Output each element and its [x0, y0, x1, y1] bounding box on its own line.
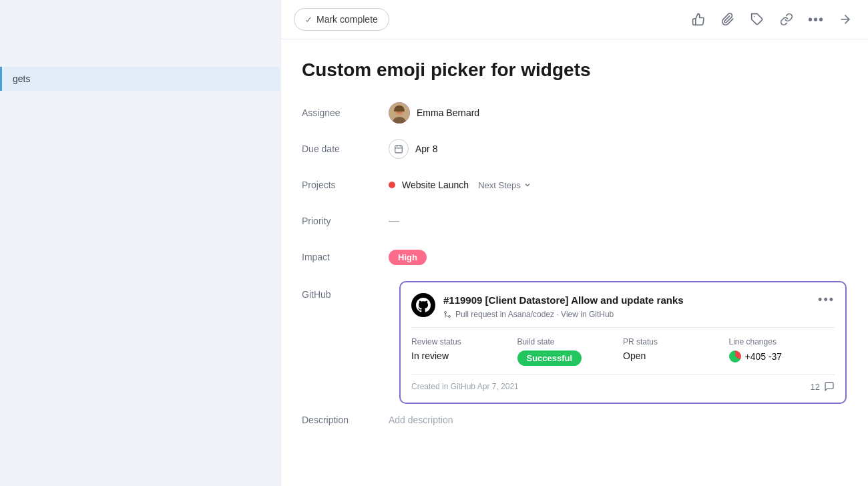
more-options-icon[interactable]: ••• — [807, 10, 825, 29]
thumbs-up-icon[interactable] — [689, 10, 708, 29]
line-changes-label: Line changes — [729, 337, 835, 346]
github-more-button[interactable]: ••• — [818, 293, 835, 307]
projects-value: Website Launch Next Steps — [389, 180, 531, 190]
sidebar: gets — [0, 0, 280, 486]
due-date-value: Apr 8 — [389, 139, 437, 159]
svg-point-10 — [445, 312, 447, 314]
due-date-label: Due date — [302, 144, 389, 154]
github-logo — [411, 293, 435, 317]
sidebar-item-label: gets — [13, 73, 30, 84]
expand-icon[interactable] — [836, 10, 855, 29]
pr-status-label: PR status — [623, 337, 729, 346]
github-label: GitHub — [302, 281, 389, 404]
priority-label: Priority — [302, 216, 389, 226]
impact-label: Impact — [302, 252, 389, 262]
description-label: Description — [302, 415, 389, 425]
github-card-header: #119909 [Client Datastore] Allow and upd… — [411, 293, 835, 319]
github-stats: Review status In review Build state Succ… — [411, 327, 835, 366]
github-pr-title: #119909 [Client Datastore] Allow and upd… — [443, 293, 810, 307]
toolbar-left: ✓ Mark complete — [294, 8, 389, 31]
toolbar-right: ••• — [689, 10, 855, 29]
label-icon[interactable] — [748, 10, 767, 29]
assignee-label: Assignee — [302, 107, 389, 118]
github-pr-subtitle-text: Pull request in Asana/codez · View in Gi… — [455, 310, 614, 319]
calendar-icon[interactable] — [389, 139, 409, 159]
svg-point-9 — [449, 316, 451, 318]
pr-status-value: Open — [623, 350, 729, 361]
github-card-info: #119909 [Client Datastore] Allow and upd… — [443, 293, 810, 319]
main-panel: ✓ Mark complete — [280, 0, 868, 486]
assignee-name: Emma Bernard — [417, 107, 479, 118]
impact-value: High — [389, 250, 427, 265]
github-card: #119909 [Client Datastore] Allow and upd… — [399, 281, 847, 404]
priority-field-row: Priority — — [302, 209, 847, 233]
sidebar-active-item[interactable]: gets — [0, 67, 280, 91]
paperclip-icon[interactable] — [718, 10, 737, 29]
build-success-badge: Successful — [517, 350, 582, 366]
build-state-value: Successful — [517, 350, 624, 366]
assignee-field-row: Assignee Emma Bernard — [302, 101, 847, 125]
task-title: Custom emoji picker for widgets — [302, 58, 847, 82]
github-pr-subtitle: Pull request in Asana/codez · View in Gi… — [443, 310, 810, 319]
review-status-stat: Review status In review — [411, 337, 517, 366]
impact-field-row: Impact High — [302, 245, 847, 269]
line-changes-pie-chart — [729, 350, 741, 362]
project-name[interactable]: Website Launch — [402, 180, 469, 190]
review-status-value: In review — [411, 350, 517, 361]
add-description-button[interactable]: Add description — [389, 415, 453, 425]
project-dot — [389, 182, 395, 188]
line-changes-display: +405 -37 — [729, 350, 835, 362]
line-changes-stat: Line changes +405 -37 — [729, 337, 835, 366]
comment-count: 12 — [811, 382, 820, 392]
github-comments[interactable]: 12 — [811, 381, 835, 392]
task-content: Custom emoji picker for widgets Assignee… — [280, 39, 868, 486]
pr-status-stat: PR status Open — [623, 337, 729, 366]
due-date-field-row: Due date Apr 8 — [302, 137, 847, 161]
priority-dash[interactable]: — — [389, 215, 399, 227]
toolbar: ✓ Mark complete — [280, 0, 868, 39]
avatar — [389, 102, 410, 124]
build-state-stat: Build state Successful — [517, 337, 624, 366]
impact-badge[interactable]: High — [389, 250, 427, 265]
priority-value: — — [389, 215, 399, 227]
projects-label: Projects — [302, 180, 389, 190]
link-icon[interactable] — [777, 10, 796, 29]
mark-complete-button[interactable]: ✓ Mark complete — [294, 8, 389, 31]
svg-rect-5 — [395, 146, 403, 154]
check-icon: ✓ — [305, 15, 312, 25]
description-row: Description Add description — [302, 415, 847, 425]
line-changes-value: +405 -37 — [729, 350, 835, 362]
build-state-label: Build state — [517, 337, 624, 346]
assignee-value: Emma Bernard — [389, 102, 479, 124]
next-steps-label: Next Steps — [478, 180, 521, 190]
mark-complete-label: Mark complete — [316, 14, 378, 25]
github-footer: Created in GitHub Apr 7, 2021 12 — [411, 374, 835, 392]
github-section: GitHub #119909 [Client Datastore] Allow … — [302, 281, 847, 404]
review-status-label: Review status — [411, 337, 517, 346]
due-date-display: Apr 8 — [415, 144, 437, 154]
projects-field-row: Projects Website Launch Next Steps — [302, 173, 847, 197]
github-created-text: Created in GitHub Apr 7, 2021 — [411, 382, 519, 391]
next-steps-button[interactable]: Next Steps — [478, 180, 531, 190]
